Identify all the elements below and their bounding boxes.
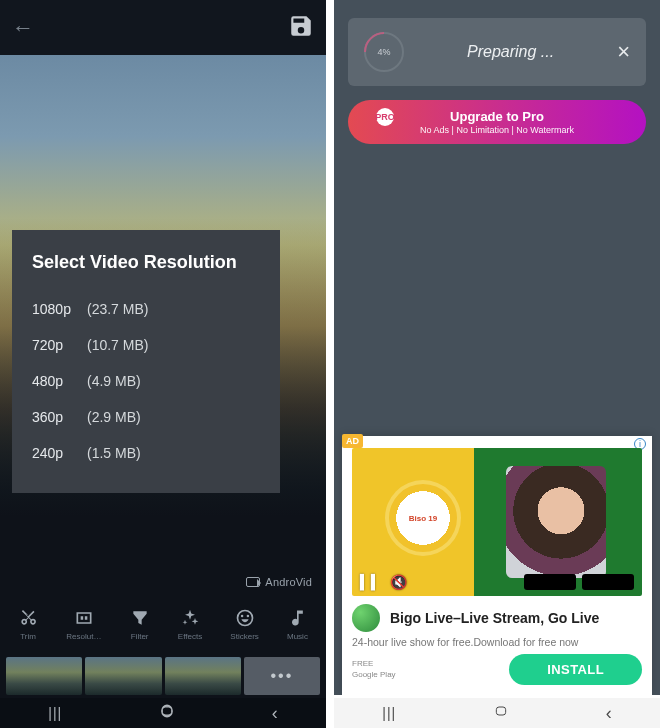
pro-badge-icon: PRO [376, 108, 394, 126]
ad-player-controls: ▍▍ 🔇 [360, 574, 407, 590]
tool-label: Trim [20, 632, 36, 641]
tool-resolution[interactable]: Resolut… [66, 608, 101, 641]
timeline[interactable]: ••• [0, 653, 326, 698]
res-label: 1080p [32, 301, 87, 317]
upgrade-subtitle: No Ads | No Limitation | No Watermark [420, 125, 574, 135]
res-size: (10.7 MB) [87, 337, 148, 353]
nav-back-icon[interactable]: ‹ [272, 703, 278, 724]
progress-percent: 4% [377, 47, 390, 57]
nav-recent-icon[interactable]: ||| [382, 705, 396, 721]
effects-icon [180, 608, 200, 628]
ad-card: AD i Biso 19 ▍▍ 🔇 Bigo Live–Live Stream,… [342, 436, 652, 695]
back-arrow-icon[interactable]: ← [12, 15, 34, 41]
ad-description: 24-hour live show for free.Download for … [352, 636, 642, 648]
ad-store-buttons [524, 574, 634, 590]
mute-icon[interactable]: 🔇 [390, 574, 407, 590]
smile-icon [235, 608, 255, 628]
resolution-dialog: Select Video Resolution 1080p (23.7 MB) … [12, 230, 280, 493]
app-watermark: AndroVid [246, 576, 312, 588]
progress-ring-icon: 4% [364, 32, 404, 72]
scissors-icon [18, 608, 38, 628]
res-option-720p[interactable]: 720p (10.7 MB) [32, 327, 260, 363]
res-option-360p[interactable]: 360p (2.9 MB) [32, 399, 260, 435]
nav-home-icon[interactable] [159, 703, 175, 723]
ad-creative-image[interactable]: Biso 19 ▍▍ 🔇 [352, 448, 642, 596]
store-badge-icon [582, 574, 634, 590]
ad-person-photo [506, 466, 606, 578]
upgrade-title: Upgrade to Pro [450, 109, 544, 124]
close-icon[interactable]: × [617, 39, 630, 65]
filter-icon [130, 608, 150, 628]
res-label: 480p [32, 373, 87, 389]
timeline-more[interactable]: ••• [244, 657, 320, 695]
svg-rect-0 [162, 707, 171, 715]
edit-toolbar: Trim Resolut… Filter Effects Stickers Mu… [0, 595, 326, 653]
res-label: 720p [32, 337, 87, 353]
music-icon [287, 608, 307, 628]
tool-effects[interactable]: Effects [178, 608, 202, 641]
res-option-240p[interactable]: 240p (1.5 MB) [32, 435, 260, 471]
upgrade-pro-button[interactable]: PRO Upgrade to Pro No Ads | No Limitatio… [348, 100, 646, 144]
res-size: (4.9 MB) [87, 373, 141, 389]
tool-label: Resolut… [66, 632, 101, 641]
android-navbar: ||| ‹ [0, 698, 326, 728]
res-option-1080p[interactable]: 1080p (23.7 MB) [32, 291, 260, 327]
res-size: (1.5 MB) [87, 445, 141, 461]
screen-separator [326, 0, 334, 728]
tool-label: Effects [178, 632, 202, 641]
pause-icon[interactable]: ▍▍ [360, 574, 382, 590]
res-size: (2.9 MB) [87, 409, 141, 425]
timeline-clip[interactable] [6, 657, 82, 695]
right-screen: 4% Preparing ... × PRO Upgrade to Pro No… [334, 0, 660, 728]
tool-label: Filter [131, 632, 149, 641]
tool-filter[interactable]: Filter [130, 608, 150, 641]
tool-trim[interactable]: Trim [18, 608, 38, 641]
res-label: 240p [32, 445, 87, 461]
tool-stickers[interactable]: Stickers [230, 608, 258, 641]
resolution-icon [74, 608, 94, 628]
nav-recent-icon[interactable]: ||| [48, 705, 62, 721]
timeline-clip[interactable] [165, 657, 241, 695]
watermark-text: AndroVid [265, 576, 312, 588]
ad-app-logo-icon [352, 604, 380, 632]
ad-meta: FREE Google Play [352, 659, 396, 680]
left-screen: ← AndroVid Select Video Resolution 1080p… [0, 0, 326, 728]
svg-rect-1 [496, 707, 505, 715]
timeline-clip[interactable] [85, 657, 161, 695]
tool-label: Music [287, 632, 308, 641]
camera-icon [246, 577, 260, 587]
res-label: 360p [32, 409, 87, 425]
preparing-label: Preparing ... [404, 43, 617, 61]
res-size: (23.7 MB) [87, 301, 148, 317]
left-topbar: ← [0, 0, 326, 55]
tool-label: Stickers [230, 632, 258, 641]
ad-meta-free: FREE [352, 659, 396, 669]
ad-tag-icon: AD [342, 434, 363, 448]
nav-home-icon[interactable] [493, 703, 509, 723]
install-button[interactable]: INSTALL [509, 654, 642, 685]
ad-meta-store: Google Play [352, 670, 396, 680]
preparing-card: 4% Preparing ... × [348, 18, 646, 86]
save-icon[interactable] [288, 13, 314, 43]
res-option-480p[interactable]: 480p (4.9 MB) [32, 363, 260, 399]
ad-round-badge: Biso 19 [385, 480, 461, 556]
android-navbar: ||| ‹ [334, 698, 660, 728]
tool-music[interactable]: Music [287, 608, 308, 641]
nav-back-icon[interactable]: ‹ [606, 703, 612, 724]
dialog-title: Select Video Resolution [32, 252, 260, 273]
store-badge-icon [524, 574, 576, 590]
ad-title: Bigo Live–Live Stream, Go Live [390, 610, 599, 626]
ad-title-row: Bigo Live–Live Stream, Go Live [352, 604, 642, 632]
